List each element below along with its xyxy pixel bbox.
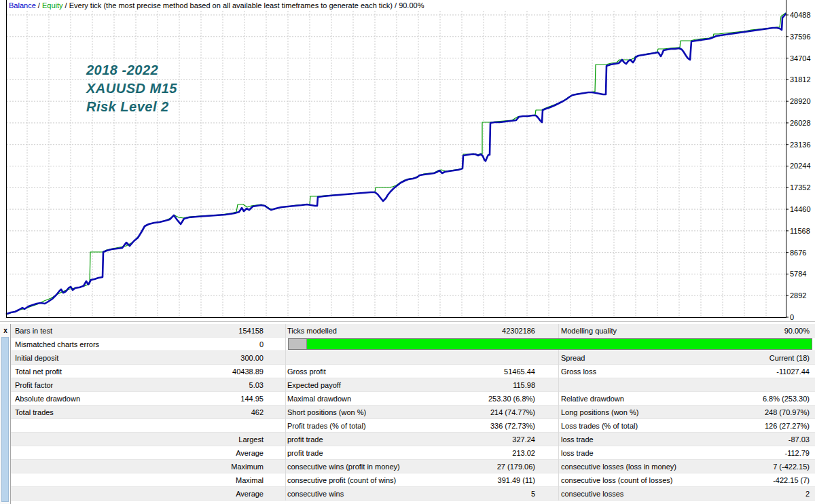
table-row: Mismatched charts errors0 xyxy=(11,338,815,351)
stat-value: 40438.89 xyxy=(232,367,264,376)
stat-label: consecutive profit (count of wins) xyxy=(287,476,396,484)
stat-label: consecutive losses xyxy=(561,490,623,498)
stat-value: 90.00% xyxy=(784,327,810,335)
stat-value: 391.49 (11) xyxy=(498,476,535,484)
stat-value: 253.30 (6.8%) xyxy=(488,395,535,403)
stat-value: 27 (179.06) xyxy=(497,463,535,471)
stat-label: Total trades xyxy=(15,408,54,416)
table-row: Profit factor5.03Expected payoff115.98 xyxy=(11,378,815,392)
stat-value: Average xyxy=(236,449,264,457)
stat-value: 336 (72.73%) xyxy=(490,422,535,430)
stat-value: 144.95 xyxy=(240,395,264,403)
table-row: Bars in test154158Ticks modelled42302186… xyxy=(11,324,815,338)
table-row: Averageconsecutive wins5consecutive loss… xyxy=(11,487,815,501)
stat-value: 126 (27.27%) xyxy=(765,422,810,430)
stat-label: Modelling quality xyxy=(561,327,617,335)
table-row: Maximumconsecutive wins (profit in money… xyxy=(11,460,815,473)
stat-value: Largest xyxy=(238,435,264,444)
stat-label: Long positions (won %) xyxy=(561,408,638,416)
stat-value: 115.98 xyxy=(513,381,535,389)
stat-label: Gross profit xyxy=(287,367,326,376)
stat-value: 6.8% (253.30) xyxy=(763,395,810,403)
stat-label: profit trade xyxy=(287,449,323,457)
stat-value: Current (18) xyxy=(769,354,810,362)
strategy-tester-report-table: Bars in test154158Ticks modelled42302186… xyxy=(11,324,815,501)
bar-gray-segment xyxy=(289,339,307,349)
modelling-quality-bar xyxy=(288,338,812,350)
stat-label: Initial deposit xyxy=(15,354,58,362)
stat-label: Profit factor xyxy=(15,381,53,389)
table-row: Largestprofit trade327.24loss trade-87.0… xyxy=(11,433,815,446)
stat-label: Spread xyxy=(561,354,585,362)
stat-value: 214 (74.77%) xyxy=(490,408,535,416)
y-axis-label: 34704 xyxy=(790,54,811,62)
stat-value: Maximal xyxy=(236,476,264,484)
y-axis-label: 40488 xyxy=(790,11,811,19)
table-row: Total trades462Short positions (won %)21… xyxy=(11,406,815,419)
stat-label: Relative drawdown xyxy=(561,395,624,403)
table-row: Absolute drawdown144.95Maximal drawdown2… xyxy=(11,392,815,406)
legend-separator: / xyxy=(36,1,42,10)
panel-divider xyxy=(0,321,815,322)
y-axis-label: 0 xyxy=(790,313,794,321)
stat-label: Mismatched charts errors xyxy=(15,340,99,348)
stat-label: Total net profit xyxy=(15,367,62,376)
bar-green-segment xyxy=(307,339,812,349)
stat-label: loss trade xyxy=(561,449,594,457)
y-axis-label: 31812 xyxy=(790,75,811,84)
legend-equity-label: Equity xyxy=(42,1,63,10)
stat-value: 248 (70.97%) xyxy=(765,408,810,416)
stat-value: 154158 xyxy=(238,327,264,335)
y-axis-label: 2892 xyxy=(790,291,806,300)
table-row: Maximalconsecutive profit (count of wins… xyxy=(11,473,815,487)
stat-value: 5 xyxy=(531,490,535,498)
legend-description: / Every tick (the most precise method ba… xyxy=(63,1,424,10)
chart-annotation-line: Risk Level 2 xyxy=(86,99,169,114)
stat-label: Absolute drawdown xyxy=(15,395,80,403)
table-row: Initial deposit300.00SpreadCurrent (18) xyxy=(11,351,815,365)
legend-balance-label: Balance xyxy=(9,1,36,10)
stat-label: consecutive wins (profit in money) xyxy=(287,463,400,471)
stat-value: Average xyxy=(236,490,264,498)
stat-label: Maximal drawdown xyxy=(287,395,351,403)
chart-legend-header: Balance / Equity / Every tick (the most … xyxy=(9,1,428,11)
stat-label: Loss trades (% of total) xyxy=(561,422,638,430)
rail-scroll-strip xyxy=(1,337,9,502)
stat-value: 462 xyxy=(251,408,264,416)
stat-value: 5.03 xyxy=(249,381,264,389)
close-report-button[interactable]: x xyxy=(1,326,10,335)
stat-value: -112.79 xyxy=(785,449,810,457)
stat-label: Profit trades (% of total) xyxy=(287,422,366,430)
stat-value: 2 xyxy=(805,490,810,498)
chart-annotation-line: 2018 -2022 xyxy=(86,62,158,77)
stat-value: 300.00 xyxy=(240,354,264,362)
balance-equity-chart: 0289257848676115681446017352202442313626… xyxy=(0,0,815,321)
stat-label: consecutive wins xyxy=(287,490,344,498)
stat-value: -11027.44 xyxy=(776,367,810,376)
stat-value: 213.02 xyxy=(512,449,535,457)
chart-annotation-line: XAUUSD M15 xyxy=(86,81,177,96)
y-axis-label: 20244 xyxy=(790,162,811,170)
y-axis-label: 8676 xyxy=(790,249,806,257)
stat-label: Bars in test xyxy=(15,327,52,335)
stat-value: 0 xyxy=(259,340,264,348)
stat-value: 51465.44 xyxy=(504,367,535,376)
stat-value: -422.15 (7) xyxy=(773,476,810,484)
y-axis-label: 26028 xyxy=(790,119,811,127)
stat-value: 7 (-422.15) xyxy=(773,463,810,471)
stat-value: -87.03 xyxy=(789,435,810,444)
y-axis-label: 28920 xyxy=(790,97,811,105)
stat-label: Ticks modelled xyxy=(287,327,337,335)
stat-label: loss trade xyxy=(561,435,594,444)
y-axis-label: 23136 xyxy=(790,141,811,149)
report-left-rail: x xyxy=(0,324,11,504)
stat-value: 327.24 xyxy=(512,435,535,444)
stat-value: Maximum xyxy=(231,463,264,471)
stat-label: consecutive losses (loss in money) xyxy=(561,463,676,471)
y-axis-label: 14460 xyxy=(790,205,811,213)
stat-label: Gross loss xyxy=(561,367,596,376)
table-row: Total net profit40438.89Gross profit5146… xyxy=(11,365,815,378)
y-axis-label: 11568 xyxy=(790,227,810,235)
stat-label: consecutive loss (count of losses) xyxy=(561,476,672,484)
y-axis-label: 17352 xyxy=(790,183,811,192)
